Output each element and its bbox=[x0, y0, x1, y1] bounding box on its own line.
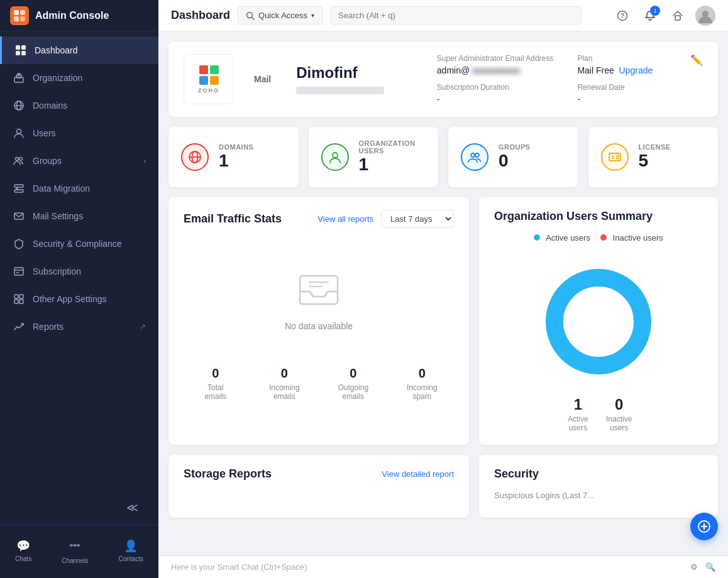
home-button[interactable] bbox=[668, 6, 688, 26]
chat-settings-icon[interactable]: ⚙ bbox=[690, 562, 698, 572]
contacts-icon: 👤 bbox=[124, 539, 138, 553]
search-input[interactable] bbox=[330, 6, 582, 25]
svg-rect-50 bbox=[300, 276, 338, 304]
help-button[interactable]: ? bbox=[612, 6, 632, 26]
svg-point-15 bbox=[16, 158, 19, 161]
svg-rect-37 bbox=[675, 16, 680, 20]
admin-email-label: Super Administrator Email Address bbox=[437, 54, 563, 63]
smart-chat-bar: Here is your Smart Chat (Ctrl+Space) ⚙ 🔍 bbox=[158, 555, 728, 578]
stat-domains: DOMAINS 1 bbox=[168, 127, 299, 187]
svg-line-34 bbox=[252, 17, 255, 19]
svg-point-14 bbox=[17, 129, 21, 134]
svg-point-29 bbox=[74, 544, 76, 547]
stat-groups: GROUPS 0 bbox=[448, 127, 578, 187]
person-icon bbox=[328, 150, 342, 164]
admin-email-value: admin@ ●●●●●●●●● bbox=[437, 65, 563, 75]
domains-stat-value: 1 bbox=[219, 151, 253, 171]
other-app-settings-icon bbox=[13, 293, 25, 305]
incoming-emails-value: 0 bbox=[253, 366, 317, 381]
view-all-reports-link[interactable]: View all reports bbox=[317, 214, 373, 224]
admin-email-blurred: ●●●●●●●●● bbox=[472, 65, 520, 75]
org-users-summary-title: Organization Users Summary bbox=[494, 210, 653, 223]
svg-text:?: ? bbox=[620, 13, 624, 19]
subscription-value: - bbox=[437, 94, 563, 104]
svg-rect-6 bbox=[16, 51, 20, 55]
page-title: Dashboard bbox=[171, 9, 230, 22]
sidebar-collapse-button[interactable]: ≪ bbox=[116, 496, 148, 520]
plan-name: Mail Free bbox=[577, 65, 614, 75]
sidebar-item-groups[interactable]: Groups › bbox=[0, 147, 158, 175]
search-icon bbox=[246, 11, 255, 20]
domains-icon bbox=[13, 99, 25, 112]
plan-section: ✏️ Plan Mail Free Upgrade Renewal Date - bbox=[577, 54, 703, 104]
notification-badge: 1 bbox=[650, 6, 660, 16]
svg-rect-24 bbox=[14, 295, 18, 298]
sidebar-title: Admin Console bbox=[35, 10, 109, 21]
notifications-button[interactable]: 1 bbox=[640, 6, 660, 26]
inactive-users-legend: Inactive users bbox=[600, 233, 663, 243]
quick-access-button[interactable]: Quick Access ▾ bbox=[238, 6, 323, 25]
view-detailed-report-link[interactable]: View detailed report bbox=[382, 469, 454, 479]
user-avatar[interactable] bbox=[695, 6, 715, 26]
incoming-spam-value: 0 bbox=[390, 366, 455, 381]
empty-message: No data available bbox=[285, 321, 353, 331]
svg-rect-20 bbox=[14, 213, 23, 219]
bottom-nav-channels[interactable]: Channels bbox=[54, 535, 96, 568]
sidebar-item-security-compliance[interactable]: Security & Compliance bbox=[0, 230, 158, 258]
data-migration-icon bbox=[13, 182, 25, 195]
chat-search-icon[interactable]: 🔍 bbox=[705, 562, 715, 572]
incoming-spam-label: Incomingspam bbox=[390, 383, 455, 401]
org-users-stat-label: ORGANIZATION USERS bbox=[359, 139, 426, 155]
groups-stat-label: GROUPS bbox=[499, 143, 531, 151]
total-emails-label: Totalemails bbox=[184, 383, 248, 401]
main-area: Dashboard Quick Access ▾ ? 1 bbox=[158, 0, 728, 578]
channels-icon bbox=[69, 539, 81, 555]
sidebar-item-users[interactable]: Users bbox=[0, 119, 158, 147]
domains-stat-info: DOMAINS 1 bbox=[219, 143, 253, 171]
upgrade-link[interactable]: Upgrade bbox=[619, 65, 653, 75]
subscription-label: Subscription Duration bbox=[437, 83, 563, 92]
bottom-nav-contacts[interactable]: 👤 Contacts bbox=[111, 535, 151, 568]
inactive-count-label: Inactiveusers bbox=[606, 415, 632, 432]
sidebar-nav: Dashboard Organization Domains bbox=[0, 31, 158, 491]
donut-chart-container: Active users Inactive users bbox=[494, 233, 703, 432]
sidebar-item-organization[interactable]: Organization bbox=[0, 64, 158, 92]
chat-fab-button[interactable] bbox=[690, 513, 718, 540]
svg-rect-5 bbox=[21, 45, 26, 50]
org-users-summary-panel: Organization Users Summary Active users … bbox=[479, 197, 718, 445]
security-panel-header: Security bbox=[494, 467, 703, 481]
chat-fab-icon bbox=[697, 520, 711, 533]
svg-point-39 bbox=[702, 11, 709, 17]
donut-stats: 1 Activeusers 0 Inactiveusers bbox=[565, 396, 632, 432]
time-filter-select[interactable]: Last 7 days Last 30 days Last 90 days bbox=[381, 210, 454, 228]
sidebar-item-data-migration[interactable]: Data Migration bbox=[0, 175, 158, 202]
sidebar-item-reports[interactable]: Reports ↗ bbox=[0, 313, 158, 341]
sidebar-item-label-other-app-settings: Other App Settings bbox=[33, 294, 146, 304]
quick-access-label: Quick Access bbox=[258, 11, 307, 20]
users-icon bbox=[13, 127, 25, 139]
renewal-label: Renewal Date bbox=[577, 83, 703, 92]
sidebar-item-domains[interactable]: Domains bbox=[0, 92, 158, 119]
channels-label: Channels bbox=[62, 557, 88, 564]
svg-rect-4 bbox=[16, 45, 20, 50]
svg-rect-18 bbox=[14, 190, 23, 192]
sidebar-item-subscription[interactable]: Subscription bbox=[0, 258, 158, 285]
sidebar-item-mail-settings[interactable]: Mail Settings bbox=[0, 202, 158, 230]
bottom-nav-chats[interactable]: 💬 Chats bbox=[8, 535, 39, 568]
svg-point-43 bbox=[333, 153, 338, 158]
chart-legend: Active users Inactive users bbox=[534, 233, 663, 243]
svg-rect-27 bbox=[19, 300, 23, 303]
sidebar-item-other-app-settings[interactable]: Other App Settings bbox=[0, 285, 158, 313]
active-count-stat: 1 Activeusers bbox=[565, 396, 591, 432]
org-users-stat-info: ORGANIZATION USERS 1 bbox=[359, 139, 426, 175]
license-stat-icon bbox=[601, 143, 629, 171]
license-stat-value: 5 bbox=[639, 151, 671, 171]
topbar-actions: ? 1 bbox=[612, 6, 715, 26]
storage-reports-header: Storage Reports View detailed report bbox=[184, 467, 454, 481]
org-users-stat-value: 1 bbox=[359, 155, 426, 175]
group-icon bbox=[468, 150, 482, 164]
outgoing-emails-stat: 0 Outgoingemails bbox=[321, 366, 385, 401]
empty-state: No data available bbox=[184, 238, 454, 356]
sidebar-item-dashboard[interactable]: Dashboard bbox=[0, 36, 158, 64]
edit-button[interactable]: ✏️ bbox=[690, 54, 703, 66]
